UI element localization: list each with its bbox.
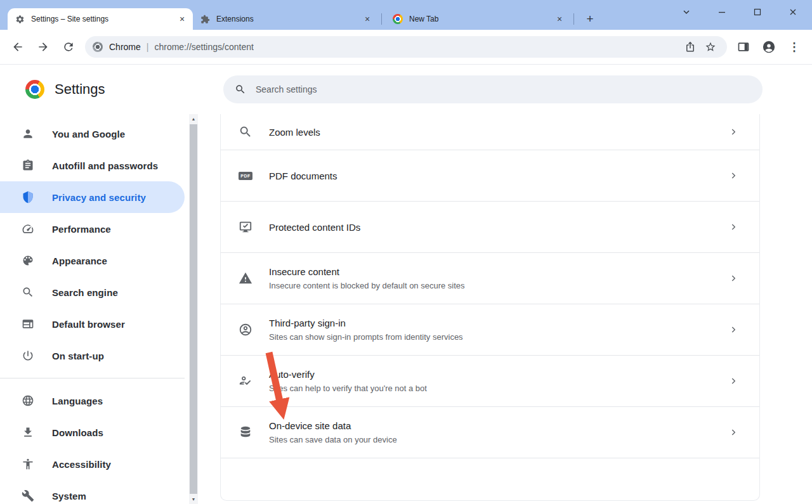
forward-button[interactable] [30,34,56,60]
row-insecure-content[interactable]: Insecure content Insecure content is blo… [221,253,759,304]
database-icon [238,425,253,439]
zoom-icon [238,125,253,139]
row-pdf-documents[interactable]: PDF PDF documents [221,150,759,202]
maximize-button[interactable] [749,3,766,21]
row-title: Auto-verify [269,369,729,380]
sidebar-item-accessibility[interactable]: Accessibility [0,448,185,480]
scrollbar-track[interactable]: ▲ ▼ [189,114,198,504]
sidebar-item-system[interactable]: System [0,480,185,504]
chevron-right-icon [729,274,738,283]
tab-title: Settings – Site settings [31,15,170,23]
sidebar-item-label: You and Google [52,129,125,139]
tab-separator [381,13,382,25]
globe-icon [22,394,34,407]
chevron-right-icon [729,127,738,136]
puzzle-icon [200,15,210,24]
row-auto-verify[interactable]: Auto-verify Sites can help to verify tha… [221,356,759,407]
window-controls [678,0,812,24]
power-icon [22,349,34,362]
chrome-logo-icon [25,80,44,99]
settings-body: You and Google Autofill and passwords Pr… [0,114,812,504]
address-bar[interactable]: Chrome | chrome://settings/content [85,36,727,58]
sidebar-item-label: Privacy and security [52,192,146,203]
row-third-party-sign-in[interactable]: Third-party sign-in Sites can show sign-… [221,304,759,356]
row-title: PDF documents [269,171,729,181]
sidebar-item-default-browser[interactable]: Default browser [0,308,185,340]
search-icon [22,286,34,299]
person-check-icon [238,374,253,388]
gear-icon [15,15,25,24]
tab-close-icon[interactable]: × [554,13,565,25]
url-text: chrome://settings/content [154,42,253,52]
browser-window-icon [22,318,34,330]
sidebar-item-on-start-up[interactable]: On start-up [0,340,185,372]
chevron-right-icon [729,223,738,231]
sidebar-item-privacy-and-security[interactable]: Privacy and security [0,181,185,213]
sidebar-item-performance[interactable]: Performance [0,213,185,245]
sidebar-item-you-and-google[interactable]: You and Google [0,118,185,150]
new-tab-button[interactable]: + [581,10,599,28]
profile-button[interactable] [756,34,782,60]
tab-title: Extensions [216,15,355,23]
tab-new-tab[interactable]: New Tab × [385,8,570,30]
row-subtitle: Sites can help to verify that you're not… [269,384,729,393]
tab-settings[interactable]: Settings – Site settings × [8,8,193,30]
chevron-down-icon[interactable] [678,3,695,21]
row-on-device-site-data[interactable]: On-device site data Sites can save data … [221,407,759,458]
sidebar-item-search-engine[interactable]: Search engine [0,276,185,308]
scrollbar-gutter: ▲ ▼ [185,114,198,504]
url-separator: | [147,42,149,52]
search-icon [235,84,246,95]
scroll-down-icon[interactable]: ▼ [189,494,198,504]
tab-close-icon[interactable]: × [362,13,373,25]
browser-toolbar: Chrome | chrome://settings/content ⋮ [0,30,812,65]
sidebar-item-label: Appearance [52,255,107,266]
page-title: Settings [55,81,105,98]
back-button[interactable] [5,34,30,60]
sidebar-item-languages[interactable]: Languages [0,385,185,417]
chevron-right-icon [729,325,738,334]
sidebar-item-autofill[interactable]: Autofill and passwords [0,150,185,181]
site-label: Chrome [109,42,141,52]
scroll-up-icon[interactable]: ▲ [189,114,198,124]
sidebar-item-appearance[interactable]: Appearance [0,245,185,276]
reload-icon [62,41,75,53]
bookmark-button[interactable] [700,37,721,57]
chrome-site-icon [93,42,103,52]
autofill-icon [22,159,34,172]
tab-close-icon[interactable]: × [176,13,188,25]
chevron-right-icon [729,377,738,385]
side-panel-button[interactable] [731,34,756,60]
share-icon [684,41,696,53]
row-zoom-levels[interactable]: Zoom levels [221,114,759,150]
sidebar-item-label: Downloads [52,427,103,438]
shield-icon [22,191,34,204]
reload-button[interactable] [56,34,81,60]
wrench-icon [22,489,34,502]
menu-button[interactable]: ⋮ [782,34,807,60]
person-icon [22,127,34,140]
row-title: Third-party sign-in [269,318,729,328]
settings-search[interactable] [223,75,763,103]
chrome-logo-icon [393,14,403,24]
sidebar-item-label: On start-up [52,351,104,361]
sidebar-item-label: Default browser [52,319,125,330]
minimize-button[interactable] [713,3,731,21]
chevron-right-icon [729,171,738,180]
search-input[interactable] [256,84,751,94]
speedometer-icon [22,223,34,235]
sidebar-item-label: Accessibility [52,459,111,470]
share-button[interactable] [680,37,700,57]
settings-header: Settings [0,65,812,114]
sidebar-item-label: Languages [52,396,103,406]
row-protected-content-ids[interactable]: Protected content IDs [221,202,759,253]
scrollbar-thumb[interactable] [190,124,197,494]
row-title: Insecure content [269,266,729,277]
sidebar-item-label: System [52,491,86,501]
row-title: Zoom levels [269,127,729,138]
accessibility-icon [22,458,34,470]
close-button[interactable] [784,3,802,21]
tab-extensions[interactable]: Extensions × [193,8,378,30]
avatar-icon [762,40,776,54]
sidebar-item-downloads[interactable]: Downloads [0,417,185,448]
